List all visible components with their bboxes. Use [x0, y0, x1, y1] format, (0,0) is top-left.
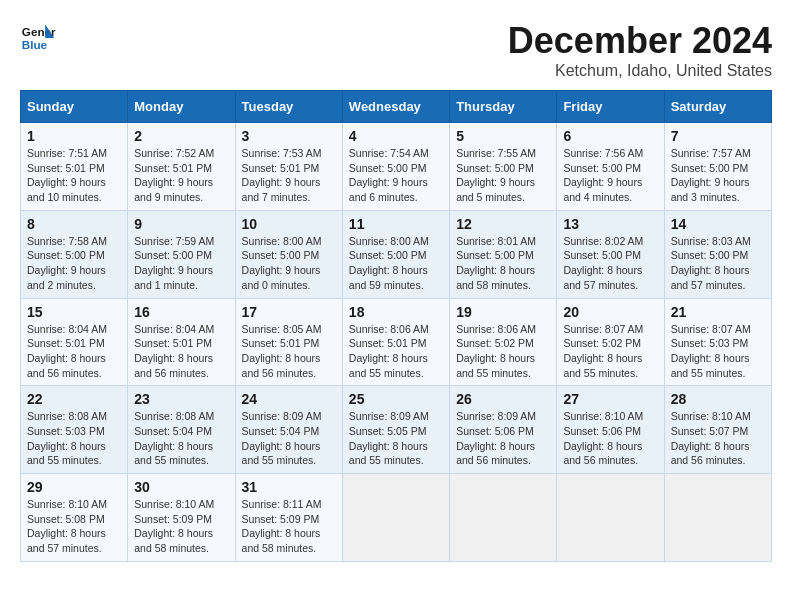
calendar-cell: 5Sunrise: 7:55 AM Sunset: 5:00 PM Daylig…: [450, 123, 557, 211]
day-info: Sunrise: 7:55 AM Sunset: 5:00 PM Dayligh…: [456, 146, 550, 205]
day-number: 19: [456, 304, 550, 320]
calendar-cell: 4Sunrise: 7:54 AM Sunset: 5:00 PM Daylig…: [342, 123, 449, 211]
day-info: Sunrise: 7:59 AM Sunset: 5:00 PM Dayligh…: [134, 234, 228, 293]
day-number: 23: [134, 391, 228, 407]
calendar-cell: 18Sunrise: 8:06 AM Sunset: 5:01 PM Dayli…: [342, 298, 449, 386]
day-number: 16: [134, 304, 228, 320]
day-info: Sunrise: 8:03 AM Sunset: 5:00 PM Dayligh…: [671, 234, 765, 293]
day-info: Sunrise: 8:01 AM Sunset: 5:00 PM Dayligh…: [456, 234, 550, 293]
day-info: Sunrise: 7:58 AM Sunset: 5:00 PM Dayligh…: [27, 234, 121, 293]
day-number: 6: [563, 128, 657, 144]
calendar-cell: 31Sunrise: 8:11 AM Sunset: 5:09 PM Dayli…: [235, 474, 342, 562]
header-day-wednesday: Wednesday: [342, 91, 449, 123]
calendar-cell: [557, 474, 664, 562]
day-number: 22: [27, 391, 121, 407]
calendar-cell: 29Sunrise: 8:10 AM Sunset: 5:08 PM Dayli…: [21, 474, 128, 562]
calendar-cell: 8Sunrise: 7:58 AM Sunset: 5:00 PM Daylig…: [21, 210, 128, 298]
day-number: 11: [349, 216, 443, 232]
day-info: Sunrise: 8:02 AM Sunset: 5:00 PM Dayligh…: [563, 234, 657, 293]
day-info: Sunrise: 8:00 AM Sunset: 5:00 PM Dayligh…: [242, 234, 336, 293]
day-number: 18: [349, 304, 443, 320]
day-number: 15: [27, 304, 121, 320]
day-info: Sunrise: 7:53 AM Sunset: 5:01 PM Dayligh…: [242, 146, 336, 205]
header-day-tuesday: Tuesday: [235, 91, 342, 123]
header-day-thursday: Thursday: [450, 91, 557, 123]
day-info: Sunrise: 8:09 AM Sunset: 5:05 PM Dayligh…: [349, 409, 443, 468]
day-number: 1: [27, 128, 121, 144]
week-row-2: 8Sunrise: 7:58 AM Sunset: 5:00 PM Daylig…: [21, 210, 772, 298]
week-row-1: 1Sunrise: 7:51 AM Sunset: 5:01 PM Daylig…: [21, 123, 772, 211]
calendar-cell: 30Sunrise: 8:10 AM Sunset: 5:09 PM Dayli…: [128, 474, 235, 562]
calendar-cell: 17Sunrise: 8:05 AM Sunset: 5:01 PM Dayli…: [235, 298, 342, 386]
calendar-cell: [450, 474, 557, 562]
calendar-cell: 13Sunrise: 8:02 AM Sunset: 5:00 PM Dayli…: [557, 210, 664, 298]
day-number: 5: [456, 128, 550, 144]
day-info: Sunrise: 8:04 AM Sunset: 5:01 PM Dayligh…: [27, 322, 121, 381]
day-info: Sunrise: 8:08 AM Sunset: 5:03 PM Dayligh…: [27, 409, 121, 468]
day-info: Sunrise: 8:10 AM Sunset: 5:07 PM Dayligh…: [671, 409, 765, 468]
month-title: December 2024: [508, 20, 772, 62]
day-number: 3: [242, 128, 336, 144]
calendar-cell: 28Sunrise: 8:10 AM Sunset: 5:07 PM Dayli…: [664, 386, 771, 474]
day-number: 8: [27, 216, 121, 232]
header-row: SundayMondayTuesdayWednesdayThursdayFrid…: [21, 91, 772, 123]
week-row-3: 15Sunrise: 8:04 AM Sunset: 5:01 PM Dayli…: [21, 298, 772, 386]
logo-icon: General Blue: [20, 20, 56, 56]
day-number: 21: [671, 304, 765, 320]
day-info: Sunrise: 8:10 AM Sunset: 5:09 PM Dayligh…: [134, 497, 228, 556]
day-number: 29: [27, 479, 121, 495]
day-info: Sunrise: 8:09 AM Sunset: 5:06 PM Dayligh…: [456, 409, 550, 468]
calendar-cell: [664, 474, 771, 562]
week-row-5: 29Sunrise: 8:10 AM Sunset: 5:08 PM Dayli…: [21, 474, 772, 562]
day-info: Sunrise: 7:54 AM Sunset: 5:00 PM Dayligh…: [349, 146, 443, 205]
day-number: 30: [134, 479, 228, 495]
day-info: Sunrise: 8:09 AM Sunset: 5:04 PM Dayligh…: [242, 409, 336, 468]
day-number: 25: [349, 391, 443, 407]
calendar-cell: 27Sunrise: 8:10 AM Sunset: 5:06 PM Dayli…: [557, 386, 664, 474]
day-number: 17: [242, 304, 336, 320]
day-number: 9: [134, 216, 228, 232]
calendar-cell: 10Sunrise: 8:00 AM Sunset: 5:00 PM Dayli…: [235, 210, 342, 298]
day-info: Sunrise: 7:57 AM Sunset: 5:00 PM Dayligh…: [671, 146, 765, 205]
calendar-cell: 6Sunrise: 7:56 AM Sunset: 5:00 PM Daylig…: [557, 123, 664, 211]
day-info: Sunrise: 8:06 AM Sunset: 5:01 PM Dayligh…: [349, 322, 443, 381]
calendar-cell: 22Sunrise: 8:08 AM Sunset: 5:03 PM Dayli…: [21, 386, 128, 474]
day-info: Sunrise: 8:04 AM Sunset: 5:01 PM Dayligh…: [134, 322, 228, 381]
day-number: 31: [242, 479, 336, 495]
calendar-cell: 19Sunrise: 8:06 AM Sunset: 5:02 PM Dayli…: [450, 298, 557, 386]
svg-text:Blue: Blue: [22, 38, 48, 51]
calendar-cell: 26Sunrise: 8:09 AM Sunset: 5:06 PM Dayli…: [450, 386, 557, 474]
day-info: Sunrise: 8:00 AM Sunset: 5:00 PM Dayligh…: [349, 234, 443, 293]
calendar-cell: 9Sunrise: 7:59 AM Sunset: 5:00 PM Daylig…: [128, 210, 235, 298]
day-info: Sunrise: 8:10 AM Sunset: 5:06 PM Dayligh…: [563, 409, 657, 468]
calendar-cell: 14Sunrise: 8:03 AM Sunset: 5:00 PM Dayli…: [664, 210, 771, 298]
calendar-cell: 20Sunrise: 8:07 AM Sunset: 5:02 PM Dayli…: [557, 298, 664, 386]
header-day-saturday: Saturday: [664, 91, 771, 123]
calendar-cell: 24Sunrise: 8:09 AM Sunset: 5:04 PM Dayli…: [235, 386, 342, 474]
header-day-monday: Monday: [128, 91, 235, 123]
day-number: 14: [671, 216, 765, 232]
calendar-cell: 7Sunrise: 7:57 AM Sunset: 5:00 PM Daylig…: [664, 123, 771, 211]
calendar-header: SundayMondayTuesdayWednesdayThursdayFrid…: [21, 91, 772, 123]
calendar-cell: 11Sunrise: 8:00 AM Sunset: 5:00 PM Dayli…: [342, 210, 449, 298]
page-header: General Blue December 2024 Ketchum, Idah…: [20, 20, 772, 80]
calendar-cell: 25Sunrise: 8:09 AM Sunset: 5:05 PM Dayli…: [342, 386, 449, 474]
day-number: 24: [242, 391, 336, 407]
week-row-4: 22Sunrise: 8:08 AM Sunset: 5:03 PM Dayli…: [21, 386, 772, 474]
day-number: 2: [134, 128, 228, 144]
calendar-cell: [342, 474, 449, 562]
day-info: Sunrise: 8:10 AM Sunset: 5:08 PM Dayligh…: [27, 497, 121, 556]
calendar-body: 1Sunrise: 7:51 AM Sunset: 5:01 PM Daylig…: [21, 123, 772, 562]
day-info: Sunrise: 8:06 AM Sunset: 5:02 PM Dayligh…: [456, 322, 550, 381]
day-number: 28: [671, 391, 765, 407]
calendar-table: SundayMondayTuesdayWednesdayThursdayFrid…: [20, 90, 772, 562]
day-info: Sunrise: 8:07 AM Sunset: 5:03 PM Dayligh…: [671, 322, 765, 381]
calendar-cell: 12Sunrise: 8:01 AM Sunset: 5:00 PM Dayli…: [450, 210, 557, 298]
day-info: Sunrise: 7:51 AM Sunset: 5:01 PM Dayligh…: [27, 146, 121, 205]
calendar-cell: 2Sunrise: 7:52 AM Sunset: 5:01 PM Daylig…: [128, 123, 235, 211]
day-info: Sunrise: 8:07 AM Sunset: 5:02 PM Dayligh…: [563, 322, 657, 381]
day-number: 26: [456, 391, 550, 407]
title-section: December 2024 Ketchum, Idaho, United Sta…: [508, 20, 772, 80]
day-info: Sunrise: 8:11 AM Sunset: 5:09 PM Dayligh…: [242, 497, 336, 556]
day-info: Sunrise: 8:08 AM Sunset: 5:04 PM Dayligh…: [134, 409, 228, 468]
